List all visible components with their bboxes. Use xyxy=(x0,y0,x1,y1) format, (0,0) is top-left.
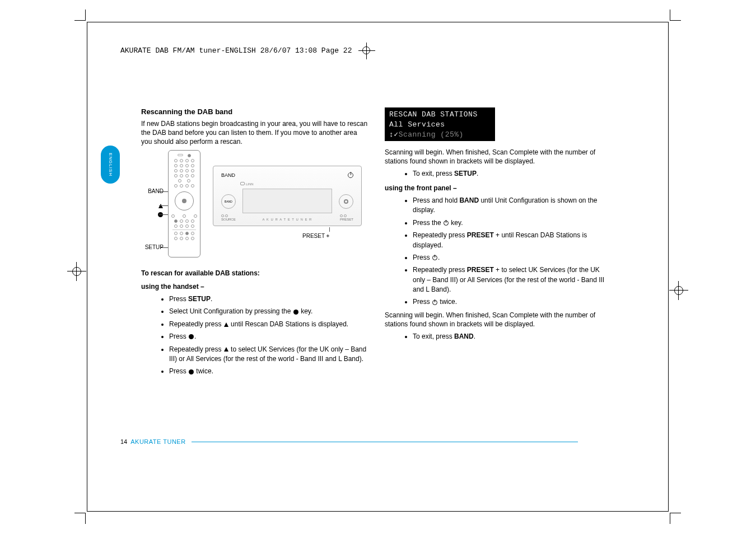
list-item: Press SETUP. xyxy=(169,294,368,304)
exit-list-2: To exit, press BAND. xyxy=(385,332,612,341)
crop-mark xyxy=(74,513,86,524)
language-tab: ENGLISH xyxy=(101,146,120,184)
section-title: Rescanning the DAB band xyxy=(141,107,368,116)
footer-rule xyxy=(192,442,578,442)
device-preset-label: PRESET + xyxy=(302,233,329,239)
tuner-illustration: BAND BAND LINN ·SOURCE ·PRESET A K U R A… xyxy=(213,166,362,226)
triangle-up-icon xyxy=(158,204,163,208)
list-item: Press . xyxy=(413,253,612,263)
right-column: RESCAN DAB STATIONS All Services ↕✓Scann… xyxy=(385,107,612,380)
lcd-display: RESCAN DAB STATIONS All Services ↕✓Scann… xyxy=(385,107,495,141)
registration-mark xyxy=(669,281,688,300)
list-item: Press and hold BAND until Unit Configura… xyxy=(413,196,612,216)
list-item: Repeatedly press until Rescan DAB Statio… xyxy=(169,320,368,329)
intro-text: If new DAB stations begin broadcasting i… xyxy=(141,119,368,147)
device-brand: A K U R A T E T U N E R xyxy=(213,218,361,221)
select-knob xyxy=(339,194,353,209)
list-item: Press the key. xyxy=(413,218,612,228)
remote-label-setup: SETUP xyxy=(138,244,164,250)
crop-mark xyxy=(74,10,86,21)
lcd-line1: RESCAN DAB STATIONS xyxy=(389,110,491,120)
lcd-line3: ↕✓Scanning (25%) xyxy=(389,130,491,140)
list-item: Repeatedly press to select UK Services (… xyxy=(169,345,368,364)
list-item: Repeatedly press PRESET + to select UK S… xyxy=(413,265,612,294)
exit-list: To exit, press SETUP. xyxy=(385,169,612,179)
lcd-line2: All Services xyxy=(389,120,491,130)
left-column: Rescanning the DAB band If new DAB stati… xyxy=(141,107,368,380)
remote-illustration xyxy=(168,150,200,257)
diagram: BAND SETUP xyxy=(141,150,368,262)
list-item: Select Unit Configuration by pressing th… xyxy=(169,307,368,316)
rescan-heading: To rescan for available DAB stations: xyxy=(141,269,368,278)
remote-label-up xyxy=(151,203,164,209)
list-item: Press twice. xyxy=(413,297,612,307)
power-icon xyxy=(432,300,437,305)
circle-icon xyxy=(189,334,194,339)
page-footer: 14 AKURATE TUNER xyxy=(120,438,578,445)
list-item: To exit, press BAND. xyxy=(413,332,612,341)
circle-icon xyxy=(293,310,298,315)
registration-mark-inline xyxy=(358,47,375,55)
scan-result-text-2: Scanning will begin. When finished, Scan… xyxy=(385,311,612,329)
product-name: AKURATE TUNER xyxy=(130,438,185,445)
band-knob: BAND xyxy=(221,194,236,209)
crop-mark xyxy=(670,513,681,524)
list-item: Press twice. xyxy=(169,367,368,376)
device-band-label: BAND xyxy=(221,172,235,178)
remote-dpad xyxy=(175,191,194,210)
triangle-up-icon xyxy=(224,347,228,352)
scan-result-text: Scanning will begin. When finished, Scan… xyxy=(385,148,612,166)
circle-icon xyxy=(158,212,163,217)
header-text: AKURATE DAB FM/AM tuner-ENGLISH 28/6/07 … xyxy=(120,46,352,55)
handset-subheading: using the handset – xyxy=(141,282,368,291)
frontpanel-steps: Press and hold BAND until Unit Configura… xyxy=(385,196,612,307)
linn-logo: LINN xyxy=(240,182,254,186)
print-header: AKURATE DAB FM/AM tuner-ENGLISH 28/6/07 … xyxy=(120,46,375,55)
frontpanel-subheading: using the front panel – xyxy=(385,184,612,193)
power-icon xyxy=(432,255,437,260)
list-item: To exit, press SETUP. xyxy=(413,169,612,179)
registration-mark xyxy=(67,262,86,281)
content-columns: Rescanning the DAB band If new DAB stati… xyxy=(141,107,612,380)
remote-label-band: BAND xyxy=(138,188,164,194)
device-screen xyxy=(242,189,332,213)
power-icon xyxy=(444,221,449,226)
page-number: 14 xyxy=(120,438,127,445)
crop-mark xyxy=(670,10,681,21)
list-item: Repeatedly press PRESET + until Rescan D… xyxy=(413,231,612,250)
handset-steps: Press SETUP. Select Unit Configuration b… xyxy=(141,294,368,377)
power-icon xyxy=(348,172,353,178)
list-item: Press . xyxy=(169,332,368,341)
remote-label-ok xyxy=(151,212,164,218)
language-label: ENGLISH xyxy=(108,153,113,176)
triangle-up-icon xyxy=(224,322,228,327)
circle-icon xyxy=(189,369,194,374)
